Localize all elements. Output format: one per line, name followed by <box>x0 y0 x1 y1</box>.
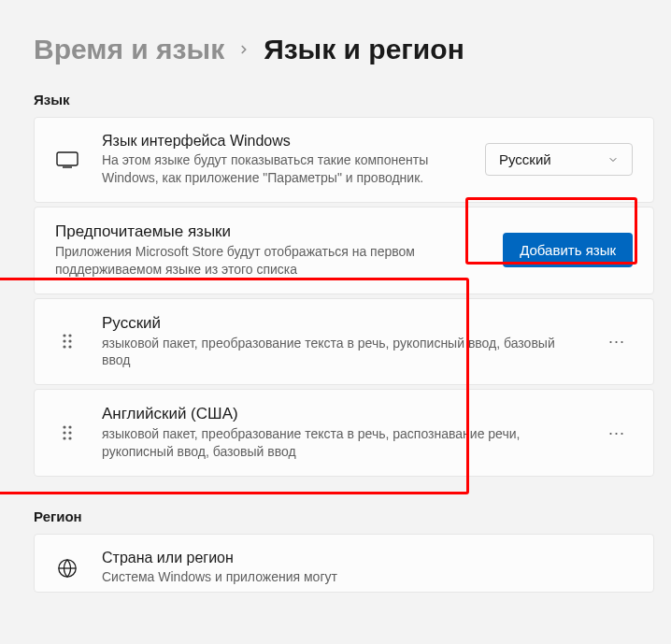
display-icon <box>55 151 79 168</box>
region-desc: Система Windows и приложения могут <box>102 568 489 586</box>
display-language-desc: На этом языке будут показываться такие к… <box>102 151 463 187</box>
preferred-languages-card: Предпочитаемые языки Приложения Microsof… <box>34 207 654 294</box>
svg-point-2 <box>63 335 65 337</box>
svg-point-7 <box>68 346 71 349</box>
display-language-title: Язык интерфейса Windows <box>102 133 463 150</box>
svg-rect-0 <box>57 152 78 165</box>
drag-handle-icon[interactable] <box>55 423 79 442</box>
section-region-label: Регион <box>34 508 654 524</box>
language-name: Английский (США) <box>102 405 578 423</box>
region-card: Страна или регион Система Windows и прил… <box>34 534 654 593</box>
chevron-right-icon <box>237 43 250 56</box>
more-options-button[interactable]: ··· <box>601 328 633 355</box>
preferred-languages-title: Предпочитаемые языки <box>55 222 480 241</box>
section-language-label: Язык <box>34 92 654 107</box>
breadcrumb-parent[interactable]: Время и язык <box>34 34 224 65</box>
svg-point-5 <box>68 340 71 343</box>
svg-point-6 <box>63 346 65 349</box>
svg-point-13 <box>68 437 71 440</box>
page-title: Язык и регион <box>264 34 464 65</box>
language-features: языковой пакет, преобразование текста в … <box>102 335 578 370</box>
svg-point-10 <box>63 432 65 435</box>
svg-point-11 <box>68 432 71 435</box>
preferred-languages-desc: Приложения Microsoft Store будут отображ… <box>55 243 480 279</box>
drag-handle-icon[interactable] <box>55 332 79 351</box>
language-item[interactable]: Русский языковой пакет, преобразование т… <box>34 298 654 386</box>
svg-point-12 <box>63 437 65 440</box>
svg-point-4 <box>63 340 65 343</box>
language-features: языковой пакет, преобразование текста в … <box>102 425 578 461</box>
svg-point-3 <box>68 335 71 337</box>
add-language-button[interactable]: Добавить язык <box>503 233 633 267</box>
region-title: Страна или регион <box>102 550 489 566</box>
display-language-card: Язык интерфейса Windows На этом языке бу… <box>34 117 654 203</box>
language-item[interactable]: Английский (США) языковой пакет, преобра… <box>34 389 654 477</box>
globe-icon <box>55 558 79 579</box>
svg-point-8 <box>63 426 65 429</box>
svg-point-9 <box>68 426 71 429</box>
chevron-down-icon <box>607 154 619 165</box>
language-name: Русский <box>102 314 578 333</box>
display-language-selected: Русский <box>499 151 551 167</box>
more-options-button[interactable]: ··· <box>601 420 633 447</box>
display-language-select[interactable]: Русский <box>485 143 633 176</box>
breadcrumb: Время и язык Язык и регион <box>34 34 654 65</box>
